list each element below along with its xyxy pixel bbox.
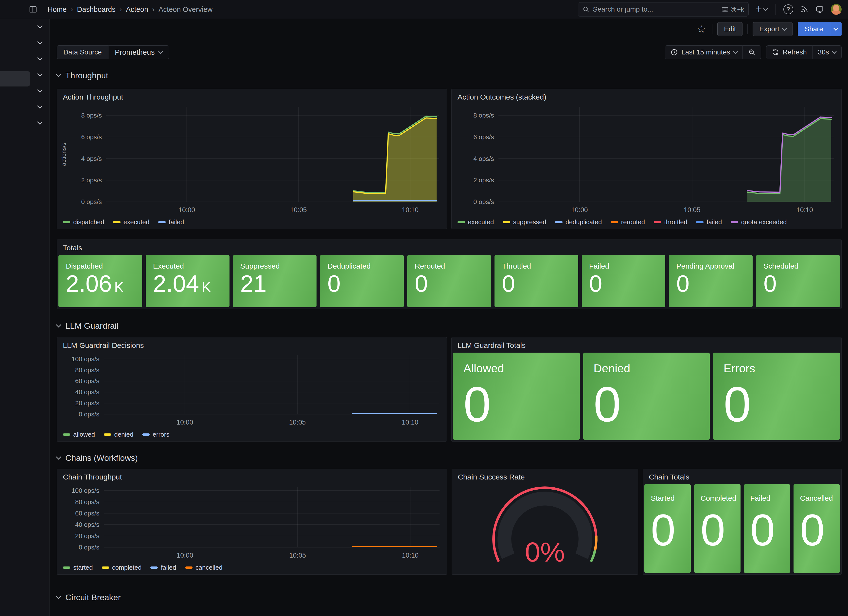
zoom-out-button[interactable]	[743, 45, 761, 59]
breadcrumb-link[interactable]: Dashboards	[77, 6, 116, 13]
share-menu-button[interactable]	[830, 22, 842, 36]
display-button[interactable]	[815, 5, 824, 13]
stat-value: 0	[800, 509, 833, 551]
search-input[interactable]: Search or jump to... ⌘+k	[578, 2, 749, 16]
legend-item[interactable]: quota exceeded	[731, 218, 787, 226]
legend-swatch-icon	[104, 434, 111, 435]
stat-tile: Cancelled 0	[793, 484, 840, 573]
section-chains[interactable]: Chains (Workflows)	[57, 453, 848, 463]
legend-item[interactable]: rerouted	[611, 218, 645, 226]
menu-section-toggle[interactable]	[0, 67, 49, 83]
refresh-button[interactable]: Refresh	[766, 45, 812, 59]
legend-item[interactable]: deduplicated	[555, 218, 602, 226]
legend-label: allowed	[73, 431, 95, 438]
edit-button[interactable]: Edit	[718, 22, 743, 36]
legend-item[interactable]: failed	[696, 218, 722, 226]
legend-item[interactable]: failed	[150, 564, 176, 572]
stat-tile: Failed 0	[582, 255, 666, 307]
news-button[interactable]	[800, 5, 809, 13]
menu-section-toggle[interactable]	[0, 51, 49, 67]
legend-label: executed	[123, 218, 150, 226]
panel-title[interactable]: Chain Throughput	[57, 469, 447, 483]
section-throughput[interactable]: Throughput	[57, 71, 848, 80]
legend-item[interactable]: dispatched	[63, 218, 104, 226]
favorite-button[interactable]: ☆	[695, 24, 707, 34]
legend-item[interactable]: executed	[113, 218, 150, 226]
refresh-interval-picker[interactable]: 30s	[812, 45, 842, 59]
legend-item[interactable]: suppressed	[503, 218, 546, 226]
menu-section-toggle[interactable]	[0, 19, 49, 34]
chains-row: Chain Throughput 10:0010:0510:10100 ops/…	[57, 469, 842, 575]
panel-title[interactable]: Chain Totals	[643, 469, 841, 483]
dashboard-canvas: Data Source Prometheus Last 15 minutes R…	[49, 39, 848, 616]
legend-swatch-icon	[555, 221, 563, 223]
section-title: LLM Guardrail	[65, 321, 118, 331]
svg-text:80 ops/s: 80 ops/s	[75, 498, 99, 506]
stat-tile: Started 0	[644, 484, 691, 573]
menu-section-toggle[interactable]	[0, 99, 49, 115]
legend-item[interactable]: cancelled	[185, 564, 222, 572]
share-button[interactable]: Share	[798, 22, 830, 36]
help-button[interactable]: ?	[783, 4, 793, 14]
stat-label: Rerouted	[415, 262, 484, 270]
stat-value: 2.06 K	[66, 272, 135, 295]
menu-section-toggle[interactable]	[0, 115, 49, 130]
monitor-icon	[815, 5, 824, 13]
time-range-picker[interactable]: Last 15 minutes	[665, 45, 743, 59]
stat-tile: Scheduled 0	[756, 255, 840, 307]
chevron-down-icon	[37, 87, 43, 93]
stat-label: Pending Approval	[676, 262, 745, 270]
throughput-row: Action Throughput 10:0010:0510:108 ops/s…	[57, 89, 842, 229]
legend-item[interactable]: failed	[158, 218, 184, 226]
legend-swatch-icon	[142, 434, 150, 435]
data-source-picker[interactable]: Prometheus	[108, 45, 169, 59]
stat-tile: Failed 0	[744, 484, 790, 573]
stat-value: 0	[763, 272, 832, 295]
stat-label: Started	[651, 494, 684, 502]
legend-item[interactable]: completed	[102, 564, 142, 572]
add-button[interactable]: +	[756, 4, 767, 14]
legend-item[interactable]: throttled	[654, 218, 687, 226]
breadcrumb-link[interactable]: Acteon Overview	[159, 6, 212, 13]
svg-text:10:05: 10:05	[684, 206, 701, 214]
legend-item[interactable]: denied	[104, 431, 133, 438]
panel-action-throughput: Action Throughput 10:0010:0510:108 ops/s…	[57, 89, 447, 229]
legend-label: failed	[161, 564, 176, 572]
legend-swatch-icon	[63, 221, 70, 223]
menu-section-toggle[interactable]	[0, 35, 49, 50]
legend-label: failed	[707, 218, 722, 226]
data-source-label: Data Source	[57, 45, 108, 59]
mega-menu-toggle-button[interactable]	[28, 5, 37, 14]
panel-title[interactable]: Chain Success Rate	[452, 469, 638, 483]
stat-value: 0	[502, 272, 571, 295]
section-circuit-breaker[interactable]: Circuit Breaker	[57, 592, 848, 602]
zoom-out-icon	[748, 49, 756, 56]
section-llm-guardrail[interactable]: LLM Guardrail	[57, 321, 848, 331]
breadcrumb-link[interactable]: Acteon	[126, 6, 148, 13]
stat-value: 0	[328, 272, 396, 295]
panel-title[interactable]: Action Throughput	[57, 89, 447, 103]
legend-label: denied	[114, 431, 133, 438]
legend-item[interactable]: executed	[458, 218, 494, 226]
panel-title[interactable]: Totals	[57, 240, 841, 253]
star-icon: ☆	[697, 24, 706, 34]
panel-title[interactable]: LLM Guardrail Totals	[452, 337, 841, 351]
breadcrumb-item: Acteon ›	[126, 5, 159, 13]
user-avatar[interactable]	[831, 4, 842, 15]
menu-section-toggle[interactable]	[0, 83, 49, 99]
chevron-down-icon	[56, 594, 61, 599]
svg-text:10:05: 10:05	[289, 552, 306, 559]
svg-text:actions/s: actions/s	[61, 143, 67, 166]
breadcrumb-link[interactable]: Home	[47, 6, 67, 13]
stat-label: Scheduled	[763, 262, 832, 270]
panel-title[interactable]: LLM Guardrail Decisions	[57, 337, 447, 351]
refresh-icon	[772, 49, 779, 56]
panel-title[interactable]: Action Outcomes (stacked)	[452, 89, 841, 103]
export-button[interactable]: Export	[753, 22, 793, 36]
legend-item[interactable]: allowed	[63, 431, 95, 438]
legend-label: quota exceeded	[741, 218, 787, 226]
breadcrumb-separator-icon: ›	[152, 5, 154, 13]
timeseries-chart: 10:0010:0510:108 ops/s6 ops/s4 ops/s2 op…	[57, 103, 447, 229]
legend-item[interactable]: started	[63, 564, 93, 572]
legend-item[interactable]: errors	[142, 431, 169, 438]
